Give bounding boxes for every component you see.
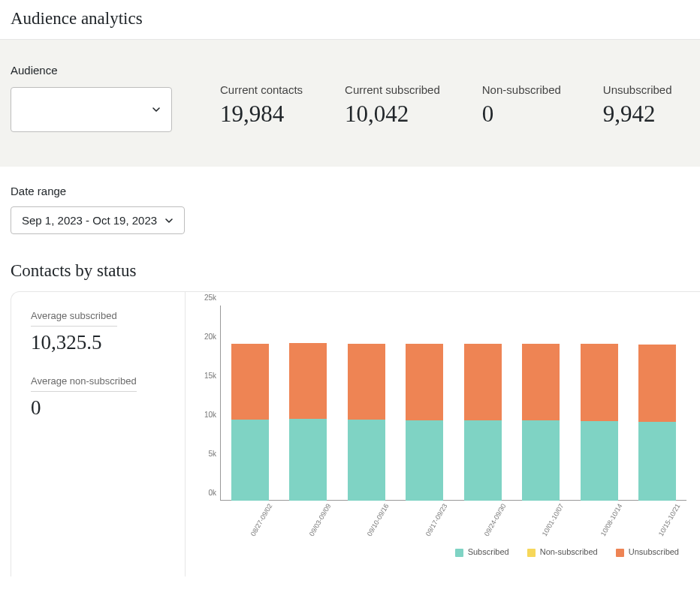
- audience-select[interactable]: [11, 87, 172, 132]
- stat-value: 0: [482, 101, 561, 128]
- chart-bar-slot: [396, 344, 454, 501]
- audience-label: Audience: [11, 64, 172, 77]
- chart-bar-stack[interactable]: [522, 344, 560, 501]
- stat-value: 9,942: [603, 101, 672, 128]
- stat-label: Current contacts: [220, 83, 303, 96]
- chart-bar-segment: [638, 422, 676, 501]
- chart-bar-segment: [348, 344, 385, 420]
- swatch-non-subscribed-icon: [527, 549, 536, 557]
- avg-subscribed-block: Average subscribed 10,325.5: [31, 309, 165, 354]
- chart-bar-segment: [406, 344, 443, 420]
- stat-unsubscribed: Unsubscribed 9,942: [603, 83, 672, 128]
- chart-bar-segment: [581, 344, 618, 421]
- daterange-select[interactable]: Sep 1, 2023 - Oct 19, 2023: [11, 206, 185, 234]
- stats-row: Current contacts 19,984 Current subscrib…: [220, 64, 689, 128]
- chart-bar-slot: [570, 344, 629, 501]
- stat-non-subscribed: Non-subscribed 0: [482, 83, 561, 128]
- status-summary-side: Average subscribed 10,325.5 Average non-…: [11, 292, 186, 576]
- chart-bar-segment: [638, 345, 676, 422]
- chart-bar-slot: [221, 344, 279, 501]
- chart-bar-segment: [289, 343, 327, 419]
- chart-ytick: 10k: [194, 411, 216, 419]
- chart-bar-stack[interactable]: [581, 344, 618, 501]
- page-title: Audience analytics: [0, 0, 700, 40]
- avg-non-subscribed-value: 0: [31, 396, 165, 420]
- chart-wrap: 0k5k10k15k20k25k 08/27-09/0209/03-09/090…: [186, 292, 700, 576]
- chart-ytick: 25k: [194, 293, 216, 302]
- avg-subscribed-label: Average subscribed: [31, 310, 117, 327]
- contacts-by-status-panel: Average subscribed 10,325.5 Average non-…: [11, 291, 700, 576]
- chart-plot: 0k5k10k15k20k25k: [220, 306, 686, 501]
- stat-current-subscribed: Current subscribed 10,042: [345, 83, 440, 128]
- chart-bar-slot: [629, 345, 687, 501]
- chart-bar-segment: [581, 421, 618, 501]
- chart-xaxis: 08/27-09/0209/03-09/0909/10-09/1609/17-0…: [220, 501, 686, 543]
- avg-non-subscribed-label: Average non-subscribed: [31, 375, 137, 392]
- chart-bar-segment: [231, 344, 269, 420]
- contacts-by-status-title: Contacts by status: [0, 234, 700, 291]
- chart-bar-slot: [337, 344, 396, 501]
- stat-value: 10,042: [345, 101, 440, 128]
- chart-bar-stack[interactable]: [289, 343, 327, 501]
- avg-non-subscribed-block: Average non-subscribed 0: [31, 374, 165, 420]
- chart-bar-segment: [522, 344, 560, 420]
- stat-label: Unsubscribed: [603, 83, 672, 96]
- chart-bar-segment: [464, 420, 502, 501]
- chart-bar-slot: [512, 344, 571, 501]
- chart-bar-segment: [522, 420, 560, 501]
- filters-panel: Audience Current contacts 19,984 Current…: [0, 40, 700, 167]
- chart-ytick: 0k: [194, 489, 216, 497]
- stat-label: Current subscribed: [345, 83, 440, 96]
- stat-value: 19,984: [220, 101, 303, 128]
- chart-bar-slot: [454, 344, 512, 501]
- chevron-down-icon: [164, 216, 173, 225]
- avg-subscribed-value: 10,325.5: [31, 331, 165, 354]
- chart-ytick: 15k: [194, 372, 216, 380]
- chart-bar-stack[interactable]: [348, 344, 385, 501]
- daterange-value: Sep 1, 2023 - Oct 19, 2023: [22, 214, 157, 227]
- chart-bar-segment: [289, 419, 327, 501]
- chart-bar-slot: [279, 343, 338, 501]
- chart-bar-segment: [464, 344, 502, 420]
- chart-bar-segment: [406, 420, 443, 501]
- chart-bar-segment: [348, 420, 385, 501]
- stat-label: Non-subscribed: [482, 83, 561, 96]
- audience-filter-block: Audience: [11, 64, 172, 132]
- daterange-section: Date range Sep 1, 2023 - Oct 19, 2023: [0, 167, 700, 234]
- chart-bars-area: [221, 306, 686, 501]
- chevron-down-icon: [152, 105, 161, 114]
- chart-bar-stack[interactable]: [638, 345, 676, 501]
- daterange-label: Date range: [11, 185, 689, 197]
- stat-current-contacts: Current contacts 19,984: [220, 83, 303, 128]
- chart-ytick: 5k: [194, 450, 216, 458]
- chart-ytick: 20k: [194, 333, 216, 341]
- chart-bar-stack[interactable]: [464, 344, 502, 501]
- chart-bar-stack[interactable]: [231, 344, 269, 501]
- chart-bar-segment: [231, 420, 269, 501]
- chart-bar-stack[interactable]: [406, 344, 443, 501]
